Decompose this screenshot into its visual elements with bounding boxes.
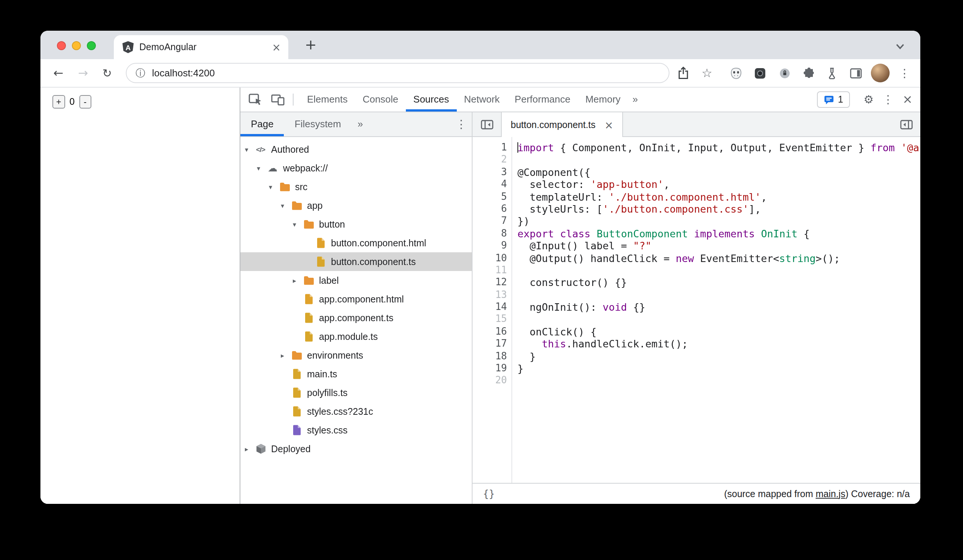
code-line[interactable]: @Input() label = "?" xyxy=(517,240,920,252)
tree-item-Authored[interactable]: ▾</>Authored xyxy=(240,140,472,159)
line-number[interactable]: 13 xyxy=(472,289,507,301)
decrement-button[interactable]: - xyxy=(79,95,91,108)
code-line[interactable] xyxy=(517,313,920,326)
tab-network[interactable]: Network xyxy=(456,87,507,112)
issues-button[interactable]: 1 xyxy=(817,91,850,108)
extensions-puzzle-icon[interactable] xyxy=(800,59,818,87)
labs-flask-icon[interactable] xyxy=(823,59,841,87)
site-info-icon[interactable]: ⓘ xyxy=(136,66,145,80)
code-line[interactable]: ngOnInit(): void {} xyxy=(517,301,920,313)
chevron-down-icon[interactable]: ▾ xyxy=(281,202,290,209)
new-tab-button[interactable]: + xyxy=(300,31,322,59)
browser-tab[interactable]: A DemoAngular × xyxy=(114,35,288,59)
minimize-window-button[interactable] xyxy=(72,41,81,50)
tab-page[interactable]: Page xyxy=(240,112,284,136)
code-line[interactable]: selector: 'app-button', xyxy=(517,178,920,191)
line-number[interactable]: 18 xyxy=(472,350,507,363)
line-number[interactable]: 1 xyxy=(472,141,507,154)
chevron-right-icon[interactable]: ▸ xyxy=(293,277,303,284)
code-line[interactable]: import { Component, OnInit, Input, Outpu… xyxy=(517,141,920,154)
chevron-down-icon[interactable]: ▾ xyxy=(257,164,267,172)
more-navigator-tabs-chevron[interactable]: » xyxy=(352,112,369,136)
tab-elements[interactable]: Elements xyxy=(300,87,355,112)
bookmark-star-icon[interactable]: ☆ xyxy=(698,59,716,87)
code-line[interactable]: export class ButtonComponent implements … xyxy=(517,227,920,240)
dark-extension-icon[interactable] xyxy=(751,59,769,87)
tab-sources[interactable]: Sources xyxy=(406,87,456,112)
devtools-close-icon[interactable]: × xyxy=(898,87,917,112)
editor-file-tab[interactable]: button.component.ts × xyxy=(501,112,623,137)
line-number[interactable]: 20 xyxy=(472,375,507,387)
code-line[interactable]: this.handleClick.emit(); xyxy=(517,338,920,350)
line-number[interactable]: 7 xyxy=(472,215,507,228)
tab-memory[interactable]: Memory xyxy=(578,87,628,112)
zoom-window-button[interactable] xyxy=(87,41,96,50)
line-number[interactable]: 9 xyxy=(472,240,507,252)
tree-item-webpack://[interactable]: ▾☁webpack:// xyxy=(240,159,472,177)
line-number[interactable]: 12 xyxy=(472,277,507,289)
forward-button[interactable]: → xyxy=(74,59,92,87)
line-number[interactable]: 2 xyxy=(472,154,507,166)
code-editor[interactable]: 1234567891011121314151617181920 import {… xyxy=(472,137,920,483)
code-line[interactable] xyxy=(517,289,920,301)
chevron-down-icon[interactable]: ▾ xyxy=(269,183,279,191)
settings-gear-icon[interactable]: ⚙ xyxy=(859,87,879,112)
tree-item-button.component.html[interactable]: button.component.html xyxy=(240,233,472,252)
code-line[interactable] xyxy=(517,154,920,166)
line-number[interactable]: 15 xyxy=(472,313,507,326)
tab-console[interactable]: Console xyxy=(355,87,405,112)
tree-item-button[interactable]: ▾button xyxy=(240,215,472,233)
tree-item-app.module.ts[interactable]: app.module.ts xyxy=(240,327,472,346)
url-text[interactable]: localhost:4200 xyxy=(152,67,215,79)
line-number[interactable]: 3 xyxy=(472,166,507,178)
code-line[interactable]: } xyxy=(517,350,920,363)
tree-item-main.ts[interactable]: main.ts xyxy=(240,364,472,383)
tab-close-icon[interactable]: × xyxy=(272,41,281,53)
editor-file-tab-close-icon[interactable]: × xyxy=(605,119,613,131)
tab-performance[interactable]: Performance xyxy=(507,87,578,112)
code-line[interactable]: onClick() { xyxy=(517,326,920,338)
tree-item-label[interactable]: ▸label xyxy=(240,271,472,290)
code-line[interactable] xyxy=(517,264,920,277)
tree-item-styles.css[interactable]: styles.css xyxy=(240,421,472,439)
tab-filesystem[interactable]: Filesystem xyxy=(284,112,352,136)
tree-item-polyfills.ts[interactable]: polyfills.ts xyxy=(240,383,472,402)
code-line[interactable] xyxy=(517,375,920,387)
line-number[interactable]: 4 xyxy=(472,178,507,191)
tree-item-Deployed[interactable]: ▸Deployed xyxy=(240,439,472,458)
tree-item-button.component.ts[interactable]: button.component.ts xyxy=(240,252,472,271)
code-line[interactable]: styleUrls: ['./button.component.css'], xyxy=(517,203,920,215)
browser-menu-kebab-icon[interactable]: ⋮ xyxy=(896,59,914,87)
share-icon[interactable] xyxy=(674,59,692,87)
more-panels-chevron[interactable]: » xyxy=(628,87,642,112)
tree-item-app.component.ts[interactable]: app.component.ts xyxy=(240,308,472,327)
line-number[interactable]: 8 xyxy=(472,227,507,240)
line-number[interactable]: 14 xyxy=(472,301,507,313)
line-number[interactable]: 6 xyxy=(472,203,507,215)
tree-item-environments[interactable]: ▸environments xyxy=(240,346,472,364)
line-number[interactable]: 5 xyxy=(472,191,507,203)
tree-item-app.component.html[interactable]: app.component.html xyxy=(240,290,472,308)
chevron-down-icon[interactable]: ▾ xyxy=(245,146,255,153)
devtools-menu-kebab-icon[interactable]: ⋮ xyxy=(879,87,898,112)
chevron-down-icon[interactable]: ▾ xyxy=(293,220,303,228)
tree-item-styles.css?231c[interactable]: styles.css?231c xyxy=(240,402,472,421)
line-number[interactable]: 10 xyxy=(472,252,507,264)
code-area[interactable]: import { Component, OnInit, Input, Outpu… xyxy=(512,137,920,483)
reload-button[interactable]: ↻ xyxy=(98,59,116,87)
device-toolbar-icon[interactable] xyxy=(269,87,287,112)
mask-extension-icon[interactable] xyxy=(727,59,745,87)
close-window-button[interactable] xyxy=(57,41,66,50)
inspect-element-icon[interactable] xyxy=(246,87,264,112)
code-line[interactable]: templateUrl: './button.component.html', xyxy=(517,191,920,203)
code-line[interactable]: @Output() handleClick = new EventEmitter… xyxy=(517,252,920,264)
line-number[interactable]: 11 xyxy=(472,264,507,277)
code-line[interactable]: constructor() {} xyxy=(517,277,920,289)
tree-item-src[interactable]: ▾src xyxy=(240,177,472,196)
source-map-link[interactable]: main.js xyxy=(815,489,845,499)
tab-search-chevron-icon[interactable] xyxy=(896,40,905,53)
toggle-debugger-panel-icon[interactable] xyxy=(892,112,920,136)
chevron-right-icon[interactable]: ▸ xyxy=(281,351,290,359)
profile-avatar[interactable] xyxy=(871,64,890,83)
lock-extension-icon[interactable] xyxy=(776,59,794,87)
